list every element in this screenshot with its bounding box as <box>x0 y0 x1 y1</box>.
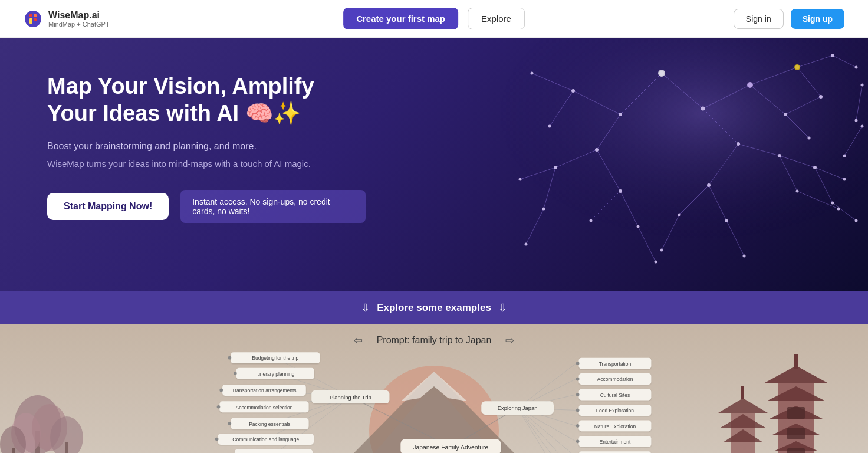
svg-point-198 <box>217 405 221 409</box>
svg-point-70 <box>843 178 846 181</box>
svg-point-167 <box>576 362 580 365</box>
nav-right: Sign in Sign up <box>734 9 844 29</box>
svg-point-79 <box>861 84 864 87</box>
logo-icon <box>24 9 42 28</box>
svg-point-64 <box>678 214 681 216</box>
brand-tagline: MindMap + ChatGPT <box>48 21 110 28</box>
svg-text:Nature Exploration: Nature Exploration <box>594 424 636 429</box>
svg-point-45 <box>619 113 622 116</box>
hero-network-graph <box>455 38 868 291</box>
svg-point-53 <box>707 183 711 187</box>
svg-text:Communication and language: Communication and language <box>232 436 299 442</box>
svg-point-196 <box>234 372 237 375</box>
svg-point-80 <box>855 119 858 122</box>
svg-point-74 <box>660 249 663 252</box>
svg-rect-2 <box>34 14 37 17</box>
svg-point-195 <box>228 356 232 360</box>
svg-line-138 <box>518 408 576 453</box>
signin-button[interactable]: Sign in <box>734 9 784 29</box>
svg-point-54 <box>531 72 534 75</box>
svg-text:Entertainment: Entertainment <box>599 439 631 445</box>
prompt-bar: ⇦ Prompt: family trip to Japan ⇨ <box>354 334 515 347</box>
prompt-display: Prompt: family trip to Japan <box>377 335 492 346</box>
svg-point-84 <box>794 64 800 70</box>
svg-text:Planning the Trip: Planning the Trip <box>330 394 371 401</box>
svg-point-63 <box>725 219 728 222</box>
svg-point-197 <box>219 389 223 392</box>
svg-rect-3 <box>29 18 32 24</box>
mindmap-preview: ⇦ Prompt: family trip to Japan ⇨ <box>0 324 868 453</box>
hero-instant-text: Instant access. No sign-ups, no credit c… <box>180 190 366 223</box>
svg-point-83 <box>747 82 753 88</box>
svg-point-170 <box>576 378 580 381</box>
svg-point-61 <box>813 166 817 169</box>
svg-text:Accommodation: Accommodation <box>597 376 633 382</box>
svg-point-77 <box>855 219 858 222</box>
svg-rect-1 <box>29 14 32 17</box>
svg-point-179 <box>576 424 580 428</box>
svg-point-47 <box>737 142 740 146</box>
svg-point-51 <box>784 113 787 116</box>
svg-text:Transportation: Transportation <box>599 361 632 367</box>
svg-point-66 <box>542 208 545 211</box>
prev-example-button[interactable]: ⇦ <box>354 334 363 347</box>
svg-point-182 <box>576 440 580 444</box>
start-mapping-button[interactable]: Start Mapping Now! <box>47 193 169 220</box>
svg-point-173 <box>576 393 580 396</box>
svg-point-65 <box>519 178 522 181</box>
hero-title: Map Your Vision, Amplify Your Ideas with… <box>47 73 366 127</box>
svg-point-60 <box>808 137 811 140</box>
hero-section: Map Your Vision, Amplify Your Ideas with… <box>0 38 868 291</box>
svg-text:Accommodation selection: Accommodation selection <box>236 405 293 411</box>
svg-text:Cultural Sites: Cultural Sites <box>600 392 630 398</box>
explore-button[interactable]: Explore <box>468 8 525 29</box>
svg-text:Budgeting for the trip: Budgeting for the trip <box>252 355 298 361</box>
svg-text:Transportation arrangements: Transportation arrangements <box>232 388 296 393</box>
hero-content: Map Your Vision, Amplify Your Ideas with… <box>0 38 413 247</box>
hero-cta-row: Start Mapping Now! Instant access. No si… <box>47 190 366 223</box>
svg-line-135 <box>518 408 576 453</box>
svg-point-69 <box>855 66 858 69</box>
svg-point-76 <box>525 243 528 246</box>
svg-point-199 <box>228 422 232 425</box>
hero-desc1: Boost your brainstorming and planning, a… <box>47 141 366 152</box>
next-example-button[interactable]: ⇨ <box>505 334 514 347</box>
svg-point-58 <box>831 54 834 57</box>
svg-point-55 <box>548 125 551 128</box>
svg-point-62 <box>796 190 799 193</box>
navbar: WiseMap.ai MindMap + ChatGPT Create your… <box>0 0 868 38</box>
svg-text:Japanese Family Adventure: Japanese Family Adventure <box>413 444 488 451</box>
svg-text:Exploring Japan: Exploring Japan <box>498 405 538 411</box>
logo-area: WiseMap.ai MindMap + ChatGPT <box>24 9 110 28</box>
svg-point-176 <box>576 409 580 412</box>
explore-banner-text: Explore some examples <box>377 302 491 314</box>
svg-point-49 <box>595 148 599 152</box>
svg-point-56 <box>554 166 557 169</box>
svg-point-59 <box>819 95 823 99</box>
svg-point-75 <box>655 261 657 264</box>
nav-center: Create your first map Explore <box>343 8 525 29</box>
explore-banner: ⇩ Explore some examples ⇩ <box>0 291 868 324</box>
svg-line-137 <box>518 408 576 453</box>
create-map-button[interactable]: Create your first map <box>343 8 458 29</box>
svg-point-200 <box>215 438 219 441</box>
svg-text:Food Exploration: Food Exploration <box>596 408 634 413</box>
svg-point-81 <box>843 155 846 157</box>
signup-button[interactable]: Sign up <box>791 9 844 29</box>
svg-point-71 <box>831 202 834 205</box>
svg-point-72 <box>837 208 840 211</box>
svg-text:Itinerary planning: Itinerary planning <box>256 371 294 377</box>
arrow-down-left-icon: ⇩ <box>361 301 370 314</box>
svg-point-0 <box>25 11 41 27</box>
svg-point-52 <box>778 154 781 157</box>
svg-point-57 <box>619 189 622 193</box>
svg-point-44 <box>701 107 705 111</box>
svg-point-82 <box>658 70 665 77</box>
hero-desc2: WiseMap turns your ideas into mind-maps … <box>47 159 366 169</box>
svg-rect-4 <box>34 18 37 21</box>
svg-text:Packing essentials: Packing essentials <box>249 421 290 427</box>
brand-name: WiseMap.ai <box>48 10 110 21</box>
svg-line-136 <box>518 408 576 453</box>
svg-point-68 <box>590 219 593 222</box>
svg-point-67 <box>637 225 640 228</box>
